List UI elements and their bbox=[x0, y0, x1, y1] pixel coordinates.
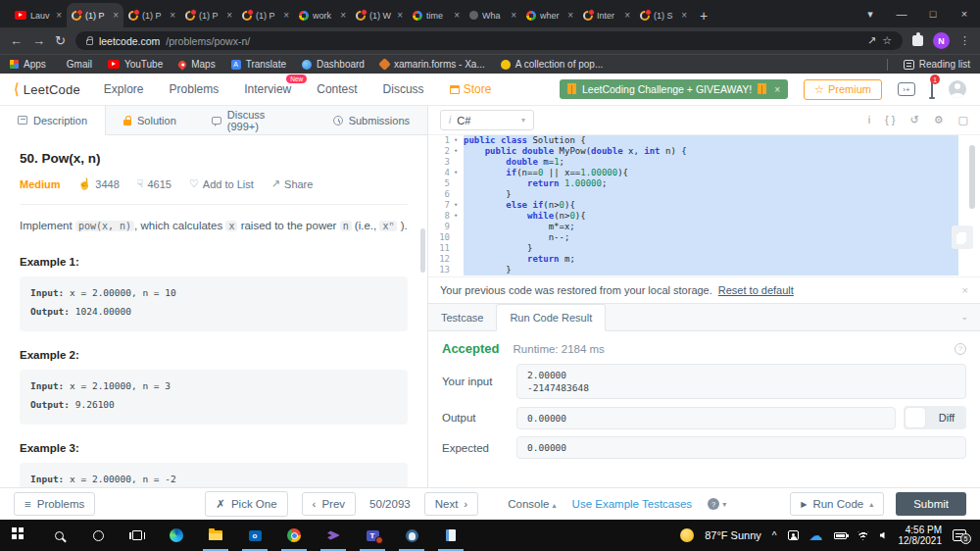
back-icon[interactable]: ← bbox=[10, 33, 23, 48]
editor-toolbar-icon[interactable]: ↺ bbox=[910, 114, 919, 126]
window-minimize-button[interactable]: — bbox=[886, 0, 917, 27]
fold-icon[interactable] bbox=[454, 189, 464, 200]
hidden-icons-chevron[interactable]: ^ bbox=[772, 530, 777, 541]
language-select[interactable]: i C# ▾ bbox=[440, 110, 534, 130]
restore-close-icon[interactable]: × bbox=[962, 284, 968, 296]
reset-to-default-link[interactable]: Reset to default bbox=[718, 284, 794, 296]
code-editor[interactable]: 1 ▾ public class Solution { 2 ▾ public d… bbox=[428, 135, 980, 276]
tab-close-icon[interactable]: × bbox=[170, 10, 175, 21]
browser-tab[interactable]: Wha × bbox=[465, 3, 521, 27]
weather-sun-icon[interactable] bbox=[680, 528, 694, 542]
nav-item[interactable]: Store bbox=[450, 82, 492, 96]
tab-close-icon[interactable]: × bbox=[681, 10, 687, 21]
nav-item[interactable]: Explore bbox=[104, 82, 144, 96]
battery-icon[interactable] bbox=[834, 532, 847, 539]
user-avatar[interactable] bbox=[949, 80, 966, 98]
window-maximize-button[interactable]: □ bbox=[917, 0, 949, 27]
taskbar-app[interactable] bbox=[274, 520, 314, 551]
browser-tab[interactable]: (1) P × bbox=[67, 3, 123, 27]
browser-tab[interactable]: Inter × bbox=[578, 3, 635, 27]
bookmark-star-icon[interactable]: ☆ bbox=[882, 34, 892, 47]
problem-tab[interactable]: Discuss (999+) bbox=[194, 106, 316, 134]
nav-item[interactable]: Contest bbox=[317, 82, 357, 96]
next-button[interactable]: Next › bbox=[424, 492, 479, 516]
volume-icon[interactable] bbox=[880, 532, 885, 539]
nav-item[interactable]: Interview New bbox=[244, 82, 291, 96]
bookmark-item[interactable]: Gmail bbox=[62, 59, 92, 70]
leetcode-logo[interactable]: ⟨ LeetCode bbox=[14, 80, 80, 98]
console-toggle[interactable]: Console ▴ bbox=[508, 498, 556, 510]
help-menu[interactable]: ? ▾ bbox=[708, 498, 726, 510]
forward-icon[interactable]: → bbox=[32, 33, 45, 48]
tab-close-icon[interactable]: × bbox=[624, 10, 630, 21]
fold-icon[interactable] bbox=[454, 254, 464, 265]
dislike-button[interactable]: ☟ 4615 bbox=[137, 177, 172, 190]
editor-toolbar-icon[interactable]: ⚙ bbox=[934, 114, 944, 126]
problem-tab[interactable]: Submissions bbox=[316, 106, 427, 134]
taskbar-app[interactable] bbox=[353, 520, 392, 551]
fold-icon[interactable] bbox=[454, 243, 464, 254]
problem-tab[interactable]: Description bbox=[0, 106, 106, 135]
window-close-button[interactable]: × bbox=[949, 0, 980, 27]
bookmark-item[interactable]: xamarin.forms - Xa... bbox=[380, 59, 485, 70]
bookmark-item[interactable]: Apps bbox=[10, 59, 46, 70]
tab-close-icon[interactable]: × bbox=[454, 10, 460, 21]
run-code-button[interactable]: ▶ Run Code ▴ bbox=[790, 492, 884, 516]
browser-tab[interactable]: (1) P × bbox=[237, 3, 294, 27]
notifications-button[interactable]: 1 bbox=[931, 80, 933, 98]
onedrive-icon[interactable]: ☁ bbox=[809, 527, 823, 543]
collapse-chevron-icon[interactable]: ⌄ bbox=[960, 312, 968, 322]
teams-tray-icon[interactable] bbox=[788, 530, 799, 540]
bookmark-item[interactable]: Translate bbox=[231, 59, 286, 70]
taskbar-app[interactable] bbox=[0, 520, 39, 551]
reload-icon[interactable]: ↻ bbox=[55, 33, 66, 48]
submit-button[interactable]: Submit bbox=[896, 492, 966, 516]
share-icon[interactable]: ↗ bbox=[867, 34, 876, 47]
tab-close-icon[interactable]: × bbox=[567, 10, 573, 21]
bookmark-item[interactable]: A collection of pop... bbox=[501, 59, 604, 70]
taskbar-app[interactable] bbox=[118, 520, 157, 551]
bookmark-item[interactable]: Maps bbox=[178, 59, 215, 70]
diff-toggle[interactable]: Diff bbox=[904, 406, 966, 429]
browser-tab[interactable]: (1) P × bbox=[123, 3, 180, 27]
taskbar-app[interactable] bbox=[39, 520, 78, 551]
tab-close-icon[interactable]: × bbox=[283, 10, 289, 21]
problems-button[interactable]: ≡ Problems bbox=[14, 492, 95, 516]
extensions-icon[interactable] bbox=[912, 35, 923, 46]
copy-code-button[interactable] bbox=[952, 225, 973, 249]
fold-icon[interactable] bbox=[454, 222, 464, 232]
console-tab[interactable]: Testcase bbox=[428, 304, 496, 330]
console-tab[interactable]: Run Code Result bbox=[496, 304, 606, 331]
fold-icon[interactable] bbox=[454, 157, 464, 168]
use-example-testcases-link[interactable]: Use Example Testcases bbox=[572, 498, 693, 510]
premium-button[interactable]: ☆ Premium bbox=[804, 79, 882, 100]
fold-icon[interactable] bbox=[454, 265, 464, 276]
fold-icon[interactable]: ▾ bbox=[454, 146, 464, 157]
browser-tab[interactable]: (1) P × bbox=[180, 3, 237, 27]
editor-toolbar-icon[interactable]: ▢ bbox=[958, 114, 968, 126]
description-scrollbar[interactable] bbox=[420, 228, 425, 273]
like-button[interactable]: ☝ 3448 bbox=[78, 177, 120, 190]
editor-toolbar-icon[interactable]: i bbox=[868, 114, 870, 126]
taskbar-app[interactable] bbox=[78, 520, 118, 551]
nav-item[interactable]: Discuss bbox=[383, 82, 424, 96]
browser-profile-avatar[interactable]: N bbox=[933, 32, 950, 49]
browser-tab[interactable]: work × bbox=[294, 3, 351, 27]
action-center-icon[interactable]: 5 bbox=[953, 529, 966, 541]
pick-one-button[interactable]: ✗ Pick One bbox=[205, 491, 287, 517]
tab-close-icon[interactable]: × bbox=[113, 10, 119, 21]
fold-icon[interactable]: ▾ bbox=[454, 135, 464, 146]
weather-text[interactable]: 87°F Sunny bbox=[705, 529, 761, 541]
browser-tab[interactable]: time × bbox=[408, 3, 465, 27]
clock[interactable]: 4:56 PM 12/8/2021 bbox=[899, 525, 943, 546]
taskbar-app[interactable] bbox=[392, 520, 431, 551]
fold-icon[interactable]: ▾ bbox=[454, 200, 464, 211]
playground-icon[interactable]: ›+ bbox=[898, 82, 915, 96]
tab-close-icon[interactable]: × bbox=[397, 10, 403, 21]
help-icon[interactable]: ? bbox=[955, 343, 966, 355]
taskbar-app[interactable] bbox=[314, 520, 353, 551]
tab-close-icon[interactable]: × bbox=[56, 10, 62, 21]
wifi-icon[interactable] bbox=[858, 530, 869, 540]
taskbar-app[interactable] bbox=[196, 520, 235, 551]
diff-toggle-knob[interactable] bbox=[906, 408, 925, 427]
